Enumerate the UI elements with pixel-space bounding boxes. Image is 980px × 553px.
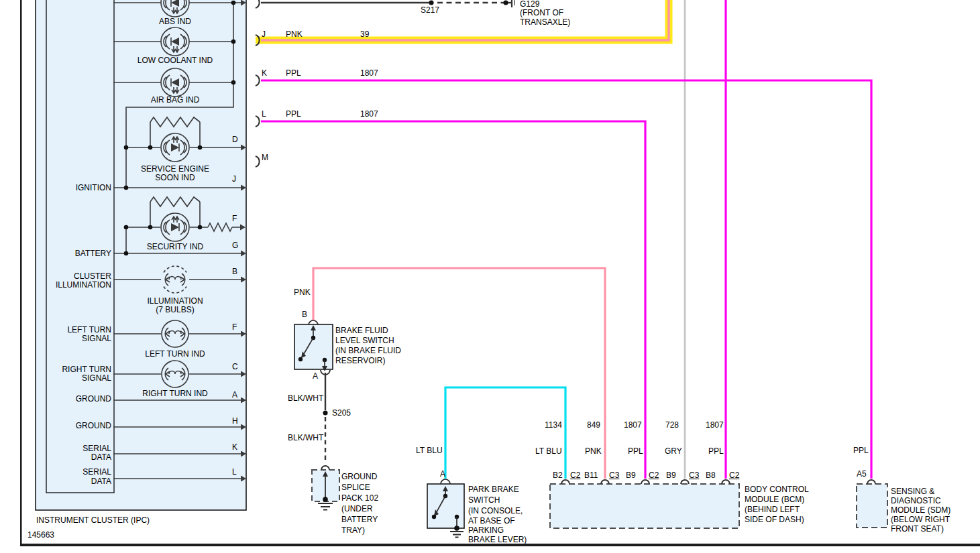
bcm-circuit-1134: 1134: [545, 421, 562, 430]
ipc-conn-letter-k: K: [232, 443, 237, 452]
air-bag-ind-label: AIR BAG IND: [115, 96, 235, 105]
pbs-name-3: (IN CONSOLE,: [468, 507, 523, 515]
ipc-pin-right-turn-2: SIGNAL: [40, 374, 111, 383]
top-ground-wire: [261, 0, 514, 7]
splice-s217-label: S217: [421, 6, 439, 15]
sdm-name-3: MODULE (SDM): [891, 506, 950, 515]
ipc-conn-letter-a: A: [232, 391, 237, 400]
bfs-pin-a: A: [313, 372, 318, 381]
ground-symbol: [318, 503, 333, 510]
wire-pnk-39: [261, 0, 669, 40]
ipc-box-label: INSTRUMENT CLUSTER (IPC): [36, 516, 150, 525]
abs-ind-label: ABS IND: [115, 17, 235, 26]
security-ind-label: SECURITY IND: [115, 243, 235, 251]
gsp-name-2: SPLICE: [341, 483, 370, 492]
ipc-pin-serial-2a: SERIAL: [40, 468, 111, 477]
wire-m-letter: M: [262, 153, 268, 162]
component-boxes: [36, 0, 887, 528]
pbs-name-2: SWITCH: [468, 496, 500, 505]
diagram-geometry: [0, 0, 980, 553]
bcm-circuit-728: 728: [665, 421, 679, 430]
sdm-pin-a5: A5: [857, 470, 867, 479]
bcm-pin-c2c: C2: [729, 471, 739, 480]
bcm-pin-c2a: C2: [570, 471, 580, 480]
right-turn-ind-label: RIGHT TURN IND: [115, 389, 235, 398]
pbs-name-6: BRAKE LEVER): [468, 536, 527, 544]
bfs-wire-below2: BLK/WHT: [288, 434, 323, 442]
bcm-color-ppl1: PPL: [628, 447, 643, 456]
gsp-name-1: GROUND: [341, 473, 377, 481]
bcm-name-2: MODULE (BCM): [745, 495, 804, 504]
bcm-circuit-1807b: 1807: [706, 421, 724, 430]
bfs-name-1: BRAKE FLUID: [335, 326, 388, 335]
low-coolant-ind-label: LOW COOLANT IND: [115, 56, 235, 65]
wire-k-letter: K: [262, 69, 267, 78]
pbs-name-4: AT BASE OF: [468, 517, 515, 526]
wire-k-color: PPL: [286, 69, 301, 78]
module-connector-arcs: [561, 480, 875, 484]
ipc-conn-letter-h: H: [232, 417, 238, 426]
splice-s205-label: S205: [332, 409, 351, 418]
bcm-color-ppl2: PPL: [708, 447, 724, 456]
connector-arc: [441, 479, 450, 484]
ipc-pin-battery: BATTERY: [40, 249, 111, 258]
sdm-name-4: (BELOW RIGHT: [891, 515, 950, 524]
ipc-pin-cluster-illum-2: ILLUMINATION: [40, 281, 111, 290]
wire-l-letter: L: [262, 110, 266, 119]
pbs-wire-color: LT BLU: [416, 446, 443, 455]
wires-colored: [256, 0, 871, 479]
bfs-name-4: RESERVOIR): [335, 357, 385, 365]
ipc-connector-arcs: [256, 0, 260, 167]
gsp-name-6: TRAY): [341, 526, 365, 535]
sdm-name-2: DIAGNOSTIC: [891, 497, 941, 505]
bfs-pin-b: B: [302, 310, 307, 319]
bcm-color-ltblu: LT BLU: [535, 447, 562, 456]
ipc-pin-left-turn-2: SIGNAL: [40, 334, 111, 343]
splice-dot-s205: [323, 410, 327, 415]
bcm-pin-b9b: B9: [666, 471, 676, 480]
illumination-label-2: (7 BULBS): [115, 306, 235, 314]
ipc-inner-box: [46, 0, 114, 493]
gsp-name-5: BATTERY: [341, 515, 378, 524]
ipc-conn-letter-j: J: [232, 175, 236, 184]
wire-pnk-39-highlight: [256, 0, 669, 40]
bcm-color-pnk: PNK: [585, 447, 602, 456]
wire-j-circuit: 39: [360, 30, 369, 39]
wire-j-letter: J: [262, 30, 266, 39]
ipc-conn-letter-f: F: [232, 214, 237, 223]
pbs-pin-a: A: [440, 470, 445, 479]
ipc-conn-letter-l: L: [232, 468, 237, 477]
bfs-wire-color: PNK: [294, 288, 311, 297]
sdm-box: [857, 484, 887, 528]
pbs-name-5: PARKING: [468, 526, 504, 535]
pbs-name-1: PARK BRAKE: [468, 485, 519, 494]
bcm-pin-b8: B8: [706, 471, 716, 480]
ipc-pin-ground-2: GROUND: [40, 422, 111, 430]
bcm-circuit-849: 849: [587, 421, 600, 430]
left-turn-ind-label: LEFT TURN IND: [115, 350, 235, 359]
ground-symbol: [450, 532, 464, 538]
ipc-conn-letter-c: C: [232, 363, 238, 371]
ipc-conn-letter-d: D: [232, 135, 238, 144]
wire-ltblu-1134: [445, 387, 565, 479]
bcm-name-4: SIDE OF DASH): [745, 515, 804, 524]
bcm-pin-b9a: B9: [626, 471, 636, 480]
sdm-name-5: FRONT SEAT): [891, 525, 944, 534]
ipc-conn-letter-b: B: [232, 267, 237, 276]
bfs-wire-below: BLK/WHT: [288, 394, 323, 403]
ground-g129-loc1: (FRONT OF: [520, 9, 563, 17]
ipc-pin-ground-1: GROUND: [40, 395, 111, 404]
ipc-pin-ignition: IGNITION: [40, 184, 111, 192]
sdm-wire-color: PPL: [853, 446, 869, 455]
bfs-name-2: LEVEL SWITCH: [335, 336, 394, 345]
diagram-number: 145663: [28, 531, 54, 540]
ipc-pin-serial-2b: DATA: [40, 477, 111, 486]
bcm-pin-c3b: C3: [689, 471, 699, 480]
ipc-pin-serial-1b: DATA: [40, 453, 111, 462]
bcm-pin-c3a: C3: [609, 471, 619, 480]
bfs-name-3: (IN BRAKE FLUID: [335, 347, 401, 355]
wire-l-color: PPL: [286, 110, 301, 119]
bcm-box: [550, 484, 739, 528]
ground-g129-loc2: TRANSAXLE): [520, 18, 570, 27]
gsp-name-3: PACK 102: [341, 494, 378, 503]
